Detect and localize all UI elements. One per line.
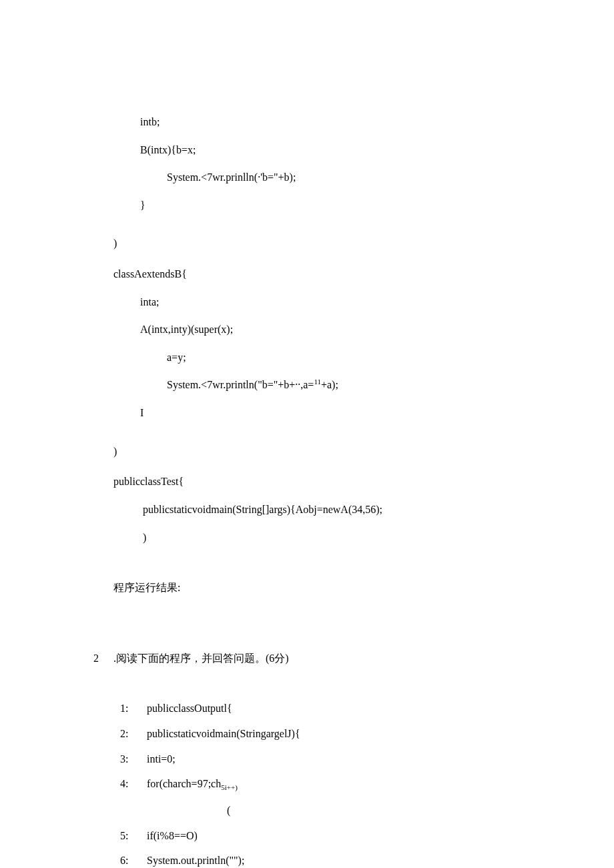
code-block-2: classAextendsB{ inta; A(intx,inty)(super… xyxy=(113,266,547,460)
code-line: A(intx,inty)(super(x); xyxy=(113,321,547,338)
code-line-2: 2: publicstaticvoidmain(StringargelJ){ xyxy=(120,725,547,743)
question-2: 2 .阅读下面的程序，并回答问题。(6分) xyxy=(93,650,547,667)
code-line-1: 1: publicclassOutputl{ xyxy=(120,700,547,717)
code-close: ) xyxy=(113,443,547,460)
code-line: ) xyxy=(113,529,547,546)
code-line: I xyxy=(113,404,547,422)
result-label: 程序运行结果: xyxy=(113,579,547,596)
line-number: 6: xyxy=(120,852,147,868)
class-header: classAextendsB{ xyxy=(113,266,547,283)
code-line-3: 3: inti=0; xyxy=(120,751,547,768)
code-line: intb; xyxy=(113,113,547,131)
code-line: a=y; xyxy=(113,349,547,366)
line-content: publicclassOutputl{ xyxy=(147,700,232,717)
code-line: inta; xyxy=(113,294,547,311)
code-line-5: 5: if(i%8==O) xyxy=(120,827,547,845)
code-block-1: intb; B(intx){b=x; System.<7wr.prinlln(·… xyxy=(113,113,547,252)
code-line: System.<7wr.prinlln(·'b="+b); xyxy=(113,169,547,186)
line-number: 4: xyxy=(120,775,147,794)
code-line: B(intx){b=x; xyxy=(113,141,547,159)
line-content: for(charch=97;ch5i++) xyxy=(147,775,238,794)
line-content: if(i%8==O) xyxy=(147,827,198,845)
class-header: publicclassTest{ xyxy=(113,473,547,490)
code-block-3: publicclassTest{ publicstaticvoidmain(St… xyxy=(113,473,547,546)
question-number: 2 xyxy=(93,650,113,667)
code-close: ) xyxy=(113,235,547,252)
line-number: 5: xyxy=(120,827,147,845)
line-number: 2: xyxy=(120,725,147,743)
paren-line: ( xyxy=(120,802,547,819)
line-content: inti=0; xyxy=(147,751,176,768)
question-text: .阅读下面的程序，并回答问题。(6分) xyxy=(113,650,289,667)
code-line: } xyxy=(113,197,547,214)
line-number: 1: xyxy=(120,700,147,717)
code-line-4: 4: for(charch=97;ch5i++) xyxy=(120,775,547,794)
line-content: System.out.println(""); xyxy=(147,852,244,868)
numbered-code-block: 1: publicclassOutputl{ 2: publicstaticvo… xyxy=(113,700,547,868)
code-line: System.<7wr.println("b="+b+··,a=11+a); xyxy=(113,376,547,394)
code-line-6: 6: System.out.println(""); xyxy=(120,852,547,868)
line-content: publicstaticvoidmain(StringargelJ){ xyxy=(147,725,300,743)
code-line: publicstaticvoidmain(String[]args){Aobj=… xyxy=(113,501,547,518)
line-number: 3: xyxy=(120,751,147,768)
